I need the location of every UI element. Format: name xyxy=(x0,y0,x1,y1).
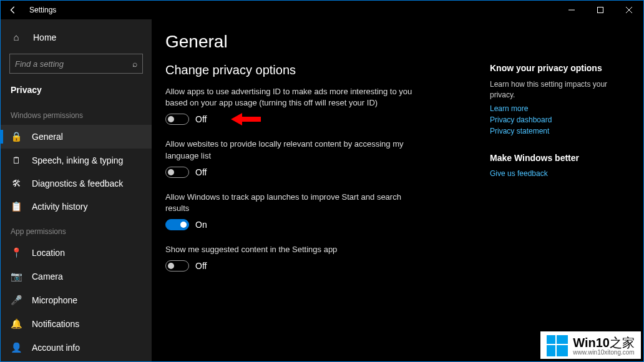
general-icon: 🔒 xyxy=(11,131,22,142)
page-title: General xyxy=(165,32,490,52)
sidebar-item-microphone[interactable]: 🎤Microphone xyxy=(1,288,152,312)
sidebar-item-account-info[interactable]: 👤Account info xyxy=(1,336,152,360)
aside-link[interactable]: Learn more xyxy=(490,104,612,113)
aside-title: Make Windows better xyxy=(490,153,612,163)
home-label: Home xyxy=(33,32,56,42)
sidebar-item-general[interactable]: 🔒General xyxy=(1,125,152,149)
notifications-icon: 🔔 xyxy=(11,318,22,330)
location-icon: 📍 xyxy=(11,247,22,258)
svg-marker-4 xyxy=(231,113,261,125)
search-input[interactable] xyxy=(15,59,132,69)
watermark: Win10之家 www.win10xitong.com xyxy=(540,331,641,359)
svg-rect-1 xyxy=(598,7,603,13)
microphone-icon: 🎤 xyxy=(11,295,22,306)
home-icon: ⌂ xyxy=(11,32,22,42)
aside-block: Know your privacy optionsLearn how this … xyxy=(490,63,612,135)
search-box[interactable]: ⌕ xyxy=(9,54,143,74)
toggle-state-label: Off xyxy=(195,261,207,271)
sidebar-item-label: Account info xyxy=(32,343,80,353)
watermark-suffix: 之家 xyxy=(610,336,635,350)
back-button[interactable] xyxy=(6,2,21,17)
toggle-state-label: Off xyxy=(195,114,207,124)
aside-link[interactable]: Privacy dashboard xyxy=(490,115,612,124)
camera-icon: 📷 xyxy=(11,271,22,282)
content-area: General Change privacy options Allow app… xyxy=(165,32,490,361)
sidebar-item-diagnostics[interactable]: 🛠Diagnostics & feedback xyxy=(1,172,152,195)
minimize-button[interactable] xyxy=(557,1,586,19)
sidebar-section-label: Windows permissions xyxy=(1,102,152,125)
titlebar-left: Settings xyxy=(6,2,56,17)
sidebar-item-label: Camera xyxy=(32,272,63,281)
setting-desc-suggested-content: Show me suggested content in the Setting… xyxy=(165,244,415,255)
speech-icon: 🗒 xyxy=(11,155,22,165)
setting-desc-track-launches: Allow Windows to track app launches to i… xyxy=(165,192,415,214)
sidebar-item-label: Diagnostics & feedback xyxy=(32,179,123,188)
app-title: Settings xyxy=(29,6,56,14)
sidebar-item-label: Notifications xyxy=(32,319,79,329)
diagnostics-icon: 🛠 xyxy=(11,178,22,188)
toggle-suggested-content[interactable] xyxy=(165,260,189,272)
window-controls xyxy=(557,1,643,19)
search-icon: ⌕ xyxy=(132,59,137,69)
sidebar: ⌂ Home ⌕ Privacy Windows permissions🔒Gen… xyxy=(1,19,152,361)
aside-panel: Know your privacy optionsLearn how this … xyxy=(490,32,624,361)
section-title: Change privacy options xyxy=(165,63,490,77)
maximize-button[interactable] xyxy=(586,1,615,19)
titlebar: Settings xyxy=(1,1,643,19)
sidebar-item-speech[interactable]: 🗒Speech, inking & typing xyxy=(1,149,152,172)
windows-logo-icon xyxy=(547,335,568,356)
activity-history-icon: 📋 xyxy=(11,201,22,212)
home-nav[interactable]: ⌂ Home xyxy=(1,26,152,49)
sidebar-item-label: Activity history xyxy=(32,202,87,212)
close-button[interactable] xyxy=(615,1,643,19)
aside-title: Know your privacy options xyxy=(490,63,612,73)
sidebar-item-notifications[interactable]: 🔔Notifications xyxy=(1,312,152,336)
setting-desc-language-list: Allow websites to provide locally releva… xyxy=(165,139,415,161)
aside-text: Learn how this setting impacts your priv… xyxy=(490,79,612,100)
sidebar-item-location[interactable]: 📍Location xyxy=(1,241,152,265)
watermark-brand: Win10 xyxy=(573,336,610,350)
account-info-icon: 👤 xyxy=(11,342,22,353)
sidebar-item-camera[interactable]: 📷Camera xyxy=(1,265,152,288)
sidebar-category: Privacy xyxy=(1,80,152,102)
sidebar-item-label: Location xyxy=(32,248,65,258)
toggle-row-suggested-content: Off xyxy=(165,260,490,272)
sidebar-section-label: App permissions xyxy=(1,218,152,241)
toggle-advertising-id[interactable] xyxy=(165,114,189,125)
sidebar-item-label: General xyxy=(32,132,63,142)
setting-desc-advertising-id: Allow apps to use advertising ID to make… xyxy=(165,86,415,109)
main-panel: General Change privacy options Allow app… xyxy=(152,19,643,361)
annotation-arrow-icon xyxy=(231,112,262,129)
aside-link[interactable]: Give us feedback xyxy=(490,169,612,178)
aside-link[interactable]: Privacy statement xyxy=(490,127,612,135)
sidebar-item-label: Microphone xyxy=(32,295,77,305)
sidebar-item-activity-history[interactable]: 📋Activity history xyxy=(1,195,152,218)
toggle-state-label: On xyxy=(195,220,207,230)
toggle-track-launches[interactable] xyxy=(165,219,189,230)
aside-block: Make Windows betterGive us feedback xyxy=(490,153,612,178)
toggle-language-list[interactable] xyxy=(165,167,189,178)
watermark-url: www.win10xitong.com xyxy=(573,349,635,356)
toggle-row-language-list: Off xyxy=(165,167,490,178)
toggle-state-label: Off xyxy=(195,167,207,177)
sidebar-item-label: Speech, inking & typing xyxy=(32,155,123,165)
toggle-row-advertising-id: Off xyxy=(165,114,490,125)
toggle-row-track-launches: On xyxy=(165,219,490,230)
